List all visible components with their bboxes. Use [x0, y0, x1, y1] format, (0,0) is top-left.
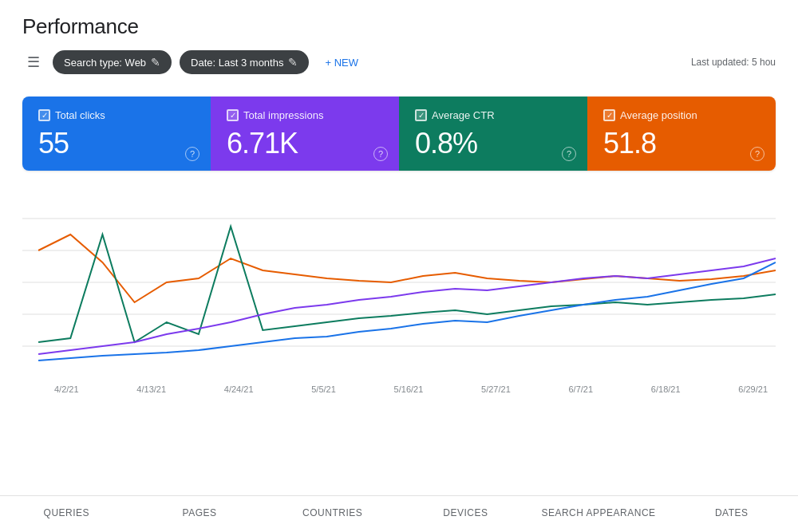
total-impressions-label: Total impressions [243, 109, 323, 121]
total-clicks-value: 55 [38, 128, 195, 160]
average-ctr-label: Average CTR [432, 109, 495, 121]
page-container: Performance ☰ Search type: Web ✎ Date: L… [0, 0, 798, 532]
metric-cards: Total clicks 55 ? Total impressions 6.71… [22, 97, 776, 171]
date-edit-icon: ✎ [288, 56, 298, 69]
date-label: Date: Last 3 months [191, 57, 283, 69]
x-label-6: 5/27/21 [481, 384, 511, 394]
total-impressions-help-icon[interactable]: ? [373, 147, 388, 161]
average-position-checkbox [603, 109, 615, 121]
bottom-tabs: QUERIES PAGES COUNTRIES DEVICES SEARCH A… [0, 495, 798, 532]
header: Performance ☰ Search type: Web ✎ Date: L… [0, 0, 798, 97]
metric-card-average-position[interactable]: Average position 51.8 ? [587, 97, 776, 171]
tab-dates[interactable]: DATES [665, 496, 798, 532]
tab-devices[interactable]: DEVICES [399, 496, 532, 532]
metric-card-total-clicks[interactable]: Total clicks 55 ? [22, 97, 211, 171]
search-type-label: Search type: Web [64, 57, 146, 69]
tab-countries[interactable]: COUNTRIES [266, 496, 399, 532]
tab-search-appearance[interactable]: SEARCH APPEARANCE [532, 496, 666, 532]
search-type-edit-icon: ✎ [151, 56, 160, 69]
x-label-2: 4/13/21 [136, 384, 166, 394]
date-chip[interactable]: Date: Last 3 months ✎ [180, 50, 309, 74]
chart-area: 4/2/21 4/13/21 4/24/21 5/5/21 5/16/21 5/… [22, 187, 776, 394]
metric-card-average-ctr[interactable]: Average CTR 0.8% ? [399, 97, 587, 171]
total-impressions-checkbox [227, 109, 239, 121]
x-label-4: 5/5/21 [311, 384, 336, 394]
new-button-label: + NEW [325, 57, 358, 69]
x-label-9: 6/29/21 [738, 384, 768, 394]
search-type-chip[interactable]: Search type: Web ✎ [53, 50, 172, 74]
toolbar: ☰ Search type: Web ✎ Date: Last 3 months… [22, 50, 776, 74]
metric-card-total-impressions[interactable]: Total impressions 6.71K ? [211, 97, 399, 171]
total-clicks-help-icon[interactable]: ? [185, 147, 200, 161]
filter-icon-button[interactable]: ☰ [22, 50, 45, 74]
page-title: Performance [22, 14, 776, 39]
average-ctr-checkbox [415, 109, 427, 121]
total-impressions-value: 6.71K [227, 128, 383, 160]
average-position-label: Average position [620, 109, 697, 121]
x-axis-labels: 4/2/21 4/13/21 4/24/21 5/5/21 5/16/21 5/… [22, 381, 776, 394]
new-button[interactable]: + NEW [317, 51, 366, 74]
x-label-5: 5/16/21 [394, 384, 424, 394]
tab-pages[interactable]: PAGES [133, 496, 267, 532]
average-position-help-icon[interactable]: ? [750, 147, 764, 161]
x-label-7: 6/7/21 [569, 384, 594, 394]
total-clicks-label: Total clicks [55, 109, 105, 121]
average-ctr-help-icon[interactable]: ? [562, 147, 576, 161]
filter-lines-icon: ☰ [27, 53, 40, 71]
performance-chart [22, 187, 776, 378]
x-label-8: 6/18/21 [651, 384, 681, 394]
x-label-1: 4/2/21 [54, 384, 79, 394]
total-clicks-checkbox [38, 109, 50, 121]
average-ctr-value: 0.8% [415, 128, 571, 160]
tab-queries[interactable]: QUERIES [0, 496, 133, 532]
last-updated-text: Last updated: 5 hou [691, 57, 776, 68]
average-position-value: 51.8 [603, 128, 760, 160]
x-label-3: 4/24/21 [224, 384, 254, 394]
